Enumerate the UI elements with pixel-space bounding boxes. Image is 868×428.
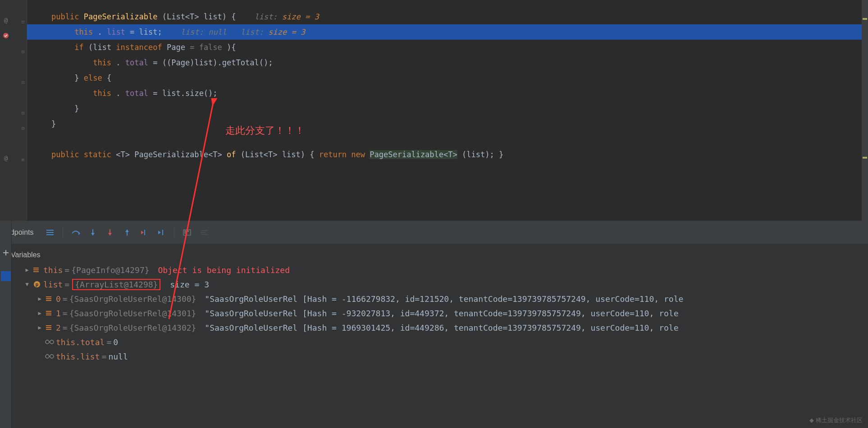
- code-line: this . total = ((Page)list).getTotal();: [27, 55, 868, 70]
- step-over-icon[interactable]: [70, 227, 81, 238]
- drop-frame-icon[interactable]: [139, 227, 150, 238]
- code-line: }: [27, 116, 868, 132]
- svg-marker-8: [91, 233, 95, 236]
- variable-row[interactable]: ▶ 1 = {SaasOrgRoleUserRel@14301} "SaasOr…: [0, 306, 868, 320]
- svg-rect-3: [46, 230, 54, 231]
- svg-text:p: p: [36, 282, 39, 287]
- at-icon: @: [2, 154, 10, 162]
- variable-row[interactable]: ▼ p list = {ArrayList@14298} size = 3: [0, 277, 868, 291]
- svg-rect-18: [184, 231, 186, 232]
- fold-icon[interactable]: ⊟: [20, 19, 26, 24]
- debug-toolbar: ndpoints: [0, 221, 868, 244]
- svg-rect-4: [46, 232, 54, 233]
- stack-icon[interactable]: [45, 227, 55, 238]
- code-line: if (list instanceof Page = false ){: [27, 40, 868, 55]
- svg-rect-33: [46, 313, 51, 314]
- force-step-into-icon[interactable]: [105, 227, 115, 238]
- svg-rect-37: [46, 329, 51, 330]
- code-line: } else {: [27, 70, 868, 86]
- gutter: @ ⊟ ⊟ ⊟ ⊟ ⊟ @ ⊞: [0, 0, 27, 221]
- svg-marker-15: [158, 231, 161, 234]
- highlighted-type: {ArrayList@14298}: [72, 279, 160, 290]
- expand-icon[interactable]: ▶: [36, 296, 43, 302]
- field-icon: [45, 294, 54, 303]
- debugger-panel: ndpoints Variables: [0, 221, 868, 428]
- glasses-icon: [45, 337, 54, 346]
- svg-marker-6: [78, 232, 80, 235]
- svg-rect-31: [46, 300, 51, 301]
- expand-icon[interactable]: ▶: [36, 324, 43, 331]
- glasses-icon: [45, 352, 54, 361]
- param-icon: p: [32, 280, 41, 289]
- svg-rect-26: [33, 271, 39, 272]
- variable-row[interactable]: this.total = 0: [0, 335, 868, 349]
- variable-row[interactable]: ▶ this = {PageInfo@14297} Object is bein…: [0, 263, 868, 277]
- code-area[interactable]: public PageSerializable (List<T> list) {…: [27, 0, 868, 221]
- svg-rect-29: [46, 296, 51, 297]
- svg-rect-20: [187, 231, 189, 232]
- variable-row[interactable]: this.list = null: [0, 349, 868, 364]
- add-icon[interactable]: [1, 248, 11, 258]
- svg-rect-5: [46, 234, 54, 235]
- fold-icon[interactable]: ⊟: [20, 79, 26, 85]
- step-out-icon[interactable]: [122, 227, 132, 238]
- svg-rect-35: [46, 325, 51, 326]
- svg-rect-36: [46, 327, 51, 328]
- watermark: ◆稀土掘金技术社区: [809, 416, 863, 424]
- svg-point-41: [46, 355, 49, 358]
- svg-marker-10: [108, 233, 112, 236]
- expand-icon[interactable]: ▶: [23, 267, 31, 273]
- code-line: public PageSerializable (List<T> list) {…: [27, 9, 868, 24]
- fold-icon[interactable]: ⊟: [20, 49, 26, 54]
- scrollbar[interactable]: [862, 0, 868, 221]
- step-into-icon[interactable]: [87, 227, 98, 238]
- field-icon: [32, 265, 41, 274]
- svg-marker-12: [125, 229, 129, 232]
- variables-panel: Variables ▶ this = {PageInfo@14297} Obje…: [0, 244, 868, 367]
- debug-sidebar: [0, 221, 12, 428]
- svg-rect-25: [33, 269, 39, 270]
- breakpoint-icon[interactable]: [2, 32, 10, 40]
- fold-icon[interactable]: ⊟: [20, 110, 26, 115]
- svg-rect-32: [46, 311, 51, 312]
- code-line-current: this . list = list; list: null list: siz…: [27, 24, 868, 40]
- variable-row[interactable]: ▶ 2 = {SaasOrgRoleUserRel@14302} "SaasOr…: [0, 320, 868, 335]
- run-to-cursor-icon[interactable]: [156, 227, 167, 238]
- active-tab-icon[interactable]: [1, 271, 11, 281]
- fold-icon[interactable]: ⊟: [20, 125, 26, 131]
- evaluate-icon[interactable]: [182, 227, 192, 238]
- svg-marker-13: [141, 231, 144, 234]
- svg-rect-19: [184, 232, 186, 233]
- field-icon: [45, 309, 54, 318]
- code-editor: @ ⊟ ⊟ ⊟ ⊟ ⊟ @ ⊞ public PageSerializable …: [0, 0, 868, 221]
- field-icon: [45, 323, 54, 332]
- fold-icon[interactable]: ⊞: [20, 157, 26, 162]
- expand-icon[interactable]: ▶: [36, 310, 43, 316]
- at-icon: @: [2, 16, 10, 24]
- svg-rect-30: [46, 298, 51, 299]
- trace-icon[interactable]: [199, 227, 210, 238]
- code-line: public static <T> PageSerializable<T> of…: [27, 147, 868, 162]
- svg-rect-24: [33, 268, 39, 269]
- svg-point-39: [50, 340, 54, 344]
- variable-row[interactable]: ▶ 0 = {SaasOrgRoleUserRel@14300} "SaasOr…: [0, 291, 868, 306]
- code-line: }: [27, 101, 868, 116]
- variables-title: Variables: [0, 247, 868, 263]
- svg-point-42: [50, 355, 54, 358]
- svg-point-38: [46, 340, 49, 344]
- svg-rect-34: [46, 314, 51, 315]
- collapse-icon[interactable]: ▼: [23, 281, 31, 287]
- annotation-text: 走此分支了！！！: [225, 124, 305, 137]
- code-line: this . total = list.size();: [27, 86, 868, 101]
